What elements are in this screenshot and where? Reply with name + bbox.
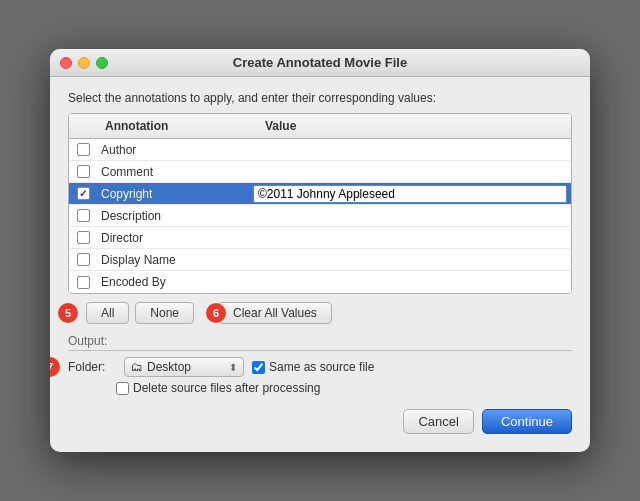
badge-6: 6 bbox=[206, 303, 226, 323]
table-row: Encoded By bbox=[69, 271, 571, 293]
header-check-col bbox=[69, 117, 97, 135]
comment-label: Comment bbox=[97, 165, 249, 179]
author-check[interactable] bbox=[69, 143, 97, 156]
display-name-label: Display Name bbox=[97, 253, 249, 267]
director-check[interactable] bbox=[69, 231, 97, 244]
encoded-by-check[interactable] bbox=[69, 276, 97, 289]
comment-checkbox[interactable] bbox=[77, 165, 90, 178]
author-label: Author bbox=[97, 143, 249, 157]
table-row: Description bbox=[69, 205, 571, 227]
delete-row: Delete source files after processing bbox=[116, 381, 572, 395]
copyright-value[interactable] bbox=[249, 185, 571, 203]
copyright-label: Copyright bbox=[97, 187, 249, 201]
author-checkbox[interactable] bbox=[77, 143, 90, 156]
continue-button[interactable]: Continue bbox=[482, 409, 572, 434]
maximize-button[interactable] bbox=[96, 57, 108, 69]
cancel-button[interactable]: Cancel bbox=[403, 409, 473, 434]
output-label: Output: bbox=[68, 334, 572, 351]
bottom-buttons: Cancel Continue bbox=[68, 409, 572, 438]
none-button[interactable]: None bbox=[135, 302, 194, 324]
folder-selector[interactable]: 🗂 Desktop ⬍ bbox=[124, 357, 244, 377]
traffic-lights bbox=[60, 57, 108, 69]
description-checkbox[interactable] bbox=[77, 209, 90, 222]
table-row: Comment bbox=[69, 161, 571, 183]
output-section: Output: 7 Folder: 🗂 Desktop ⬍ Same as so… bbox=[68, 334, 572, 395]
table-row: Author bbox=[69, 139, 571, 161]
badge-5: 5 bbox=[58, 303, 78, 323]
action-buttons-row: 5 All None 6 Clear All Values bbox=[86, 302, 572, 324]
window-title: Create Annotated Movie File bbox=[233, 55, 407, 70]
copyright-checkbox[interactable] bbox=[77, 187, 90, 200]
all-button[interactable]: All bbox=[86, 302, 129, 324]
minimize-button[interactable] bbox=[78, 57, 90, 69]
delete-source-label: Delete source files after processing bbox=[133, 381, 320, 395]
folder-label: Folder: bbox=[68, 360, 116, 374]
encoded-by-checkbox[interactable] bbox=[77, 276, 90, 289]
dialog-content: Select the annotations to apply, and ent… bbox=[50, 77, 590, 452]
header-value: Value bbox=[257, 117, 571, 135]
select-arrow-icon: ⬍ bbox=[229, 362, 237, 373]
director-checkbox[interactable] bbox=[77, 231, 90, 244]
description-check[interactable] bbox=[69, 209, 97, 222]
director-label: Director bbox=[97, 231, 249, 245]
display-name-checkbox[interactable] bbox=[77, 253, 90, 266]
table-header: Annotation Value bbox=[69, 114, 571, 139]
badge-7: 7 bbox=[50, 357, 60, 377]
folder-row: 7 Folder: 🗂 Desktop ⬍ Same as source fil… bbox=[68, 357, 572, 377]
delete-source-checkbox[interactable] bbox=[116, 382, 129, 395]
dialog-window: Create Annotated Movie File Select the a… bbox=[50, 49, 590, 452]
annotations-table: Annotation Value Author Comment Copyr bbox=[68, 113, 572, 294]
copyright-input[interactable] bbox=[253, 185, 567, 203]
table-row: Display Name bbox=[69, 249, 571, 271]
table-row: Copyright bbox=[69, 183, 571, 205]
instructions-text: Select the annotations to apply, and ent… bbox=[68, 91, 572, 105]
copyright-check[interactable] bbox=[69, 187, 97, 200]
description-label: Description bbox=[97, 209, 249, 223]
same-as-source-checkbox[interactable] bbox=[252, 361, 265, 374]
clear-all-button[interactable]: Clear All Values bbox=[218, 302, 332, 324]
encoded-by-label: Encoded By bbox=[97, 275, 249, 289]
folder-name: Desktop bbox=[147, 360, 191, 374]
same-as-source-row: Same as source file bbox=[252, 360, 374, 374]
comment-check[interactable] bbox=[69, 165, 97, 178]
folder-icon: 🗂 bbox=[131, 360, 143, 374]
close-button[interactable] bbox=[60, 57, 72, 69]
header-annotation: Annotation bbox=[97, 117, 257, 135]
table-row: Director bbox=[69, 227, 571, 249]
titlebar: Create Annotated Movie File bbox=[50, 49, 590, 77]
display-name-check[interactable] bbox=[69, 253, 97, 266]
same-as-source-label: Same as source file bbox=[269, 360, 374, 374]
